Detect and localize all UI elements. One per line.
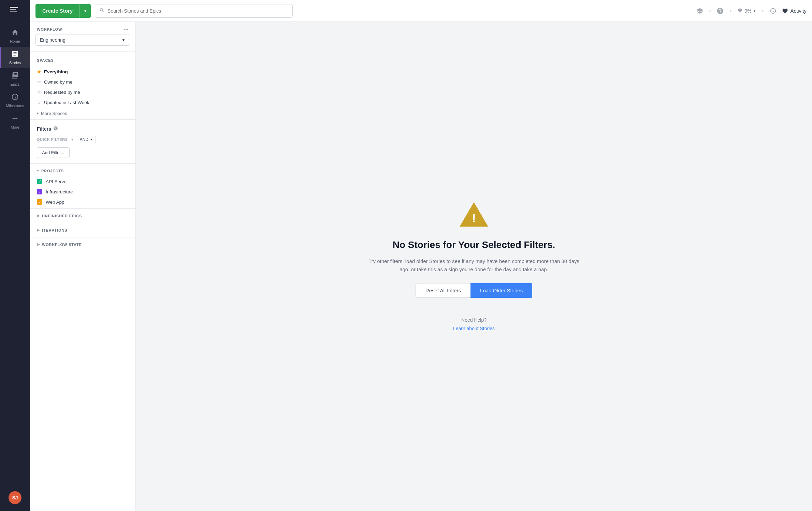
filters-header: Filters <box>30 121 135 134</box>
sidebar-item-label: Epics <box>11 82 20 86</box>
space-item-label: Requested by me <box>44 90 80 95</box>
chevron-down-projects: ▾ <box>37 169 39 173</box>
svg-rect-1 <box>10 9 16 10</box>
create-story-dropdown-button[interactable]: ▼ <box>79 4 91 18</box>
divider-6 <box>30 237 135 237</box>
reset-filters-button[interactable]: Reset All Filters <box>416 283 470 298</box>
topbar: Create Story ▼ ● ● 0% ▼ <box>30 0 812 22</box>
create-story-button[interactable]: Create Story <box>35 4 79 18</box>
star-filled-icon: ★ <box>37 69 41 74</box>
sidebar-item-stories[interactable]: Stories <box>0 47 30 68</box>
history-icon[interactable] <box>769 7 777 15</box>
unfinished-epics-header[interactable]: ▶ UNFINISHED EPICS <box>30 210 135 221</box>
activity-label: Activity <box>790 8 807 14</box>
main-area: Create Story ▼ ● ● 0% ▼ <box>30 0 812 511</box>
activity-button[interactable]: Activity <box>782 8 807 14</box>
project-label: Infrastructure <box>46 189 73 194</box>
sidebar-item-epics[interactable]: Epics <box>0 68 30 90</box>
space-item-updated[interactable]: ☆ Updated in Last Week <box>30 97 135 107</box>
space-item-everything[interactable]: ★ Everything <box>30 67 135 77</box>
help-icon[interactable] <box>716 7 724 15</box>
star-empty-icon: ☆ <box>37 79 41 85</box>
need-help-text: Need Help? <box>368 317 580 323</box>
topbar-right: ● ● 0% ▼ ● Activity <box>696 7 807 15</box>
svg-rect-2 <box>10 11 17 12</box>
workflow-chevron-icon: ▼ <box>121 38 126 42</box>
sidebar: Home Stories Epics Milestones More SJ <box>0 0 30 511</box>
stories-icon <box>11 50 19 59</box>
project-item-api: ✓ API Server <box>30 176 135 187</box>
divider-1 <box>30 51 135 52</box>
chevron-down-icon: ▼ <box>83 9 87 13</box>
star-empty-icon: ☆ <box>37 89 41 95</box>
space-item-owned[interactable]: ☆ Owned by me <box>30 77 135 87</box>
sidebar-item-home[interactable]: Home <box>0 25 30 47</box>
empty-title: No Stories for Your Selected Filters. <box>368 239 580 251</box>
app-logo[interactable] <box>10 4 20 17</box>
checkbox-purple: ✓ <box>37 189 42 194</box>
projects-section: ▾ PROJECTS ✓ API Server ✓ Infrastructure… <box>30 165 135 207</box>
sidebar-item-more[interactable]: More <box>0 111 30 133</box>
chevron-down-icon: ▾ <box>37 111 39 116</box>
chevron-down-icon-qf: ▾ <box>71 137 73 142</box>
trophy-progress[interactable]: 0% ▼ <box>737 8 756 14</box>
search-bar <box>95 4 293 18</box>
milestones-icon <box>11 93 19 102</box>
space-item-requested[interactable]: ☆ Requested by me <box>30 87 135 97</box>
project-item-webapp: ✓ Web App <box>30 197 135 207</box>
workflow-state-header[interactable]: ▶ WORKFLOW STATE <box>30 239 135 250</box>
action-buttons: Reset All Filters Load Older Stories <box>368 283 580 298</box>
more-spaces-button[interactable]: ▾ More Spaces <box>30 109 135 118</box>
sidebar-item-milestones[interactable]: Milestones <box>0 90 30 111</box>
home-icon <box>11 29 19 38</box>
iterations-header[interactable]: ▶ ITERATIONS <box>30 224 135 236</box>
add-filter-button[interactable]: Add Filter... <box>37 147 70 158</box>
checkbox-green: ✓ <box>37 179 42 184</box>
sidebar-item-label: More <box>11 125 19 129</box>
workflow-section-header: WORKFLOW ••• <box>30 22 135 34</box>
and-dropdown[interactable]: AND ▼ <box>77 136 96 143</box>
project-label: Web App <box>46 200 64 205</box>
spaces-section-header: SPACES <box>30 53 135 65</box>
search-icon <box>99 8 105 14</box>
left-panel: WORKFLOW ••• Engineering ▼ SPACES ★ Ever… <box>30 22 136 511</box>
unfinished-epics-label: UNFINISHED EPICS <box>42 214 82 218</box>
trophy-chevron: ▼ <box>753 9 756 13</box>
more-icon <box>11 115 19 124</box>
star-empty-icon: ☆ <box>37 100 41 105</box>
avatar[interactable]: SJ <box>9 491 21 504</box>
chevron-right-icon: ▶ <box>37 228 40 232</box>
divider-5 <box>30 223 135 223</box>
sidebar-item-label: Milestones <box>6 104 24 108</box>
chevron-right-icon: ▶ <box>37 242 40 247</box>
workflow-selected-label: Engineering <box>40 37 66 43</box>
search-input[interactable] <box>107 8 288 14</box>
trophy-percentage: 0% <box>744 8 751 14</box>
space-item-label: Updated in Last Week <box>44 100 89 105</box>
load-older-stories-button[interactable]: Load Older Stories <box>470 283 532 298</box>
empty-state: ! No Stories for Your Selected Filters. … <box>361 188 586 345</box>
content-area: WORKFLOW ••• Engineering ▼ SPACES ★ Ever… <box>30 22 812 511</box>
project-item-infra: ✓ Infrastructure <box>30 187 135 197</box>
create-story-btn-group: Create Story ▼ <box>35 4 91 18</box>
space-item-label: Owned by me <box>44 79 72 85</box>
sidebar-item-label: Home <box>10 39 20 43</box>
more-spaces-label: More Spaces <box>41 111 67 116</box>
workflow-dropdown[interactable]: Engineering ▼ <box>35 34 130 46</box>
projects-header[interactable]: ▾ PROJECTS <box>30 165 135 176</box>
divider-2 <box>30 119 135 120</box>
info-icon <box>53 126 58 132</box>
workflow-options-icon[interactable]: ••• <box>124 27 129 31</box>
separator-dot-1: ● <box>709 9 711 13</box>
and-chevron-icon: ▼ <box>90 138 93 141</box>
spaces-list: ★ Everything ☆ Owned by me ☆ Requested b… <box>30 65 135 109</box>
svg-text:!: ! <box>472 211 476 224</box>
epics-icon <box>11 72 19 81</box>
svg-rect-0 <box>10 7 18 8</box>
graduate-icon[interactable] <box>696 7 704 15</box>
divider-empty <box>368 309 580 309</box>
learn-about-stories-link[interactable]: Learn about Stories <box>453 326 495 331</box>
quick-filters-row: QUICK FILTERS ▾ AND ▼ <box>30 134 135 146</box>
quick-filters-label: QUICK FILTERS <box>37 137 68 142</box>
empty-subtitle: Try other filters, load older Stories to… <box>368 257 580 274</box>
